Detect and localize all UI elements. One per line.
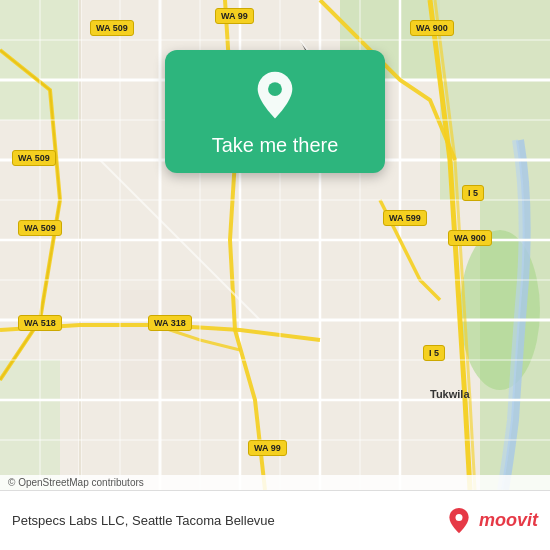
road-sign-wa509-top: WA 509 (90, 20, 134, 36)
bottom-bar: Petspecs Labs LLC, Seattle Tacoma Bellev… (0, 490, 550, 550)
tukwila-label: Tukwila (430, 388, 470, 400)
svg-point-30 (268, 82, 282, 96)
svg-rect-5 (0, 360, 60, 490)
svg-rect-7 (120, 290, 240, 390)
road-sign-wa900-mid: WA 900 (448, 230, 492, 246)
location-info: Petspecs Labs LLC, Seattle Tacoma Bellev… (12, 513, 445, 528)
svg-point-31 (455, 514, 462, 521)
road-sign-i5-mid: I 5 (462, 185, 484, 201)
location-name: Petspecs Labs LLC, (12, 513, 128, 528)
road-sign-wa318: WA 318 (148, 315, 192, 331)
location-city: Seattle Tacoma Bellevue (132, 513, 275, 528)
road-sign-wa518: WA 518 (18, 315, 62, 331)
map-container: WA 509 WA 99 WA 900 WA 509 WA 509 I 5 WA… (0, 0, 550, 490)
road-sign-wa509-mid2: WA 509 (18, 220, 62, 236)
road-sign-wa99-bot: WA 99 (248, 440, 287, 456)
road-sign-wa509-mid1: WA 509 (12, 150, 56, 166)
location-card: Take me there (165, 50, 385, 173)
road-sign-wa900-top: WA 900 (410, 20, 454, 36)
moovit-pin-icon (445, 507, 473, 535)
location-pin-icon (249, 70, 301, 122)
road-sign-i5-bot: I 5 (423, 345, 445, 361)
attribution-bar: © OpenStreetMap contributors (0, 475, 550, 490)
moovit-text: moovit (479, 510, 538, 531)
take-me-there-button[interactable]: Take me there (212, 134, 339, 157)
road-sign-wa599: WA 599 (383, 210, 427, 226)
moovit-logo: moovit (445, 507, 538, 535)
road-sign-wa99-top: WA 99 (215, 8, 254, 24)
attribution-text: © OpenStreetMap contributors (8, 477, 144, 488)
